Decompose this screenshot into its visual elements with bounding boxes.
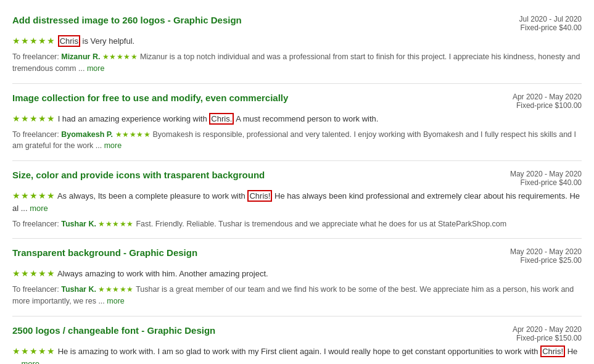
review-title[interactable]: 2500 logos / changeable font - Graphic D… [12, 325, 215, 336]
freelancer-stars: ★★★★★ [98, 285, 134, 294]
freelancer-name[interactable]: Mizanur R. [61, 52, 100, 61]
review-meta: May 2020 - May 2020Fixed-price $40.00 [510, 170, 582, 187]
more-link[interactable]: more [30, 204, 48, 213]
review-row: ★★★★★ As always, Its been a complete ple… [12, 189, 582, 215]
freelancer-name[interactable]: Tushar K. [61, 220, 96, 228]
review-meta: Jul 2020 - Jul 2020Fixed-price $40.00 [519, 15, 582, 32]
freelancer-label: To freelancer: [12, 220, 61, 228]
review-title[interactable]: Transparent background - Graphic Design [12, 247, 197, 258]
review-row: ★★★★★ Always amazing to work with him. A… [12, 267, 582, 280]
review-date: Apr 2020 - May 2020 [513, 325, 582, 334]
star-rating: ★★★★★ [12, 346, 56, 356]
freelancer-name[interactable]: Byomakesh P. [61, 130, 113, 139]
review-title[interactable]: Size, color and provide icons with trasp… [12, 170, 265, 180]
freelancer-row: To freelancer: Tushar K. ★★★★★ Tushar is… [12, 284, 582, 307]
freelancer-label: To freelancer: [12, 285, 61, 294]
freelancer-more-link[interactable]: more [104, 141, 122, 150]
highlighted-name: Chris! [247, 190, 272, 202]
review-date: Apr 2020 - May 2020 [513, 93, 582, 101]
freelancer-label: To freelancer: [12, 52, 61, 61]
review-item: Image collection for free to use and mod… [12, 84, 582, 162]
freelancer-row: To freelancer: Mizanur R. ★★★★★ Mizanur … [12, 51, 582, 75]
star-rating: ★★★★★ [12, 114, 56, 123]
freelancer-label: To freelancer: [12, 130, 61, 139]
star-rating: ★★★★★ [12, 36, 56, 46]
review-row: ★★★★★ Chris is Very helpful. [12, 35, 582, 48]
review-title[interactable]: Add distressed image to 260 logos - Grap… [12, 15, 242, 25]
highlighted-name: Chris [58, 35, 80, 47]
review-item: 2500 logos / changeable font - Graphic D… [12, 316, 582, 364]
star-rating: ★★★★★ [12, 191, 56, 201]
review-item: Transparent background - Graphic DesignM… [12, 239, 582, 316]
freelancer-more-link[interactable]: more [107, 297, 124, 305]
review-price: Fixed-price $150.00 [516, 334, 582, 342]
review-item: Size, color and provide icons with trasp… [12, 161, 582, 239]
freelancer-stars: ★★★★★ [98, 220, 134, 228]
review-date: May 2020 - May 2020 [510, 247, 582, 256]
review-row: ★★★★★ He is amazing to work with. I am s… [12, 345, 582, 364]
freelancer-name[interactable]: Tushar K. [61, 285, 96, 294]
review-date: May 2020 - May 2020 [510, 170, 582, 178]
highlighted-name: Chris! [540, 345, 565, 357]
review-row: ★★★★★ I had an amazing experience workin… [12, 112, 582, 125]
more-link[interactable]: more [21, 359, 39, 364]
freelancer-row: To freelancer: Tushar K. ★★★★★ Fast. Fri… [12, 218, 582, 230]
star-rating: ★★★★★ [12, 268, 56, 278]
highlighted-name: Chris. [209, 113, 234, 125]
freelancer-row: To freelancer: Byomakesh P. ★★★★★ Byomak… [12, 129, 582, 152]
review-meta: Apr 2020 - May 2020Fixed-price $100.00 [513, 93, 582, 110]
review-meta: May 2020 - May 2020Fixed-price $25.00 [510, 247, 582, 265]
review-price: Fixed-price $25.00 [521, 256, 582, 265]
review-item: Add distressed image to 260 logos - Grap… [12, 6, 582, 84]
review-date: Jul 2020 - Jul 2020 [519, 15, 582, 23]
review-meta: Apr 2020 - May 2020Fixed-price $150.00 [513, 325, 582, 342]
freelancer-more-link[interactable]: more [87, 64, 104, 73]
review-title[interactable]: Image collection for free to use and mod… [12, 93, 288, 103]
freelancer-stars: ★★★★★ [102, 52, 138, 61]
review-price: Fixed-price $40.00 [521, 178, 582, 187]
freelancer-stars: ★★★★★ [115, 130, 151, 139]
review-price: Fixed-price $40.00 [521, 23, 582, 32]
review-price: Fixed-price $100.00 [516, 101, 582, 110]
